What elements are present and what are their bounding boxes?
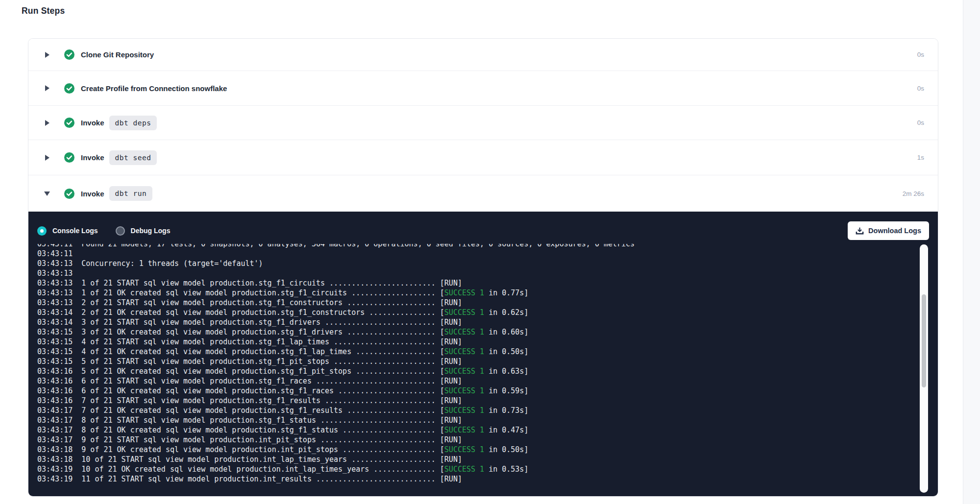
- step-label: Invoke: [81, 119, 104, 127]
- log-line: 03:43:13: [37, 268, 918, 278]
- log-scrollbar-track[interactable]: [920, 244, 928, 493]
- step-label: Invoke: [81, 190, 104, 198]
- steps-list: Clone Git Repository 0s Create Profile f…: [28, 39, 938, 212]
- log-success-status: SUCCESS 1: [444, 426, 484, 434]
- log-line: 03:43:17 8 of 21 OK created sql view mod…: [37, 425, 918, 435]
- log-line: 03:43:16 6 of 21 START sql view model pr…: [37, 376, 918, 386]
- step-command-badge: dbt seed: [109, 150, 157, 165]
- step-row[interactable]: Invoke dbt run 2m 26s: [28, 175, 938, 212]
- success-check-icon: [64, 189, 74, 199]
- disclosure-triangle-icon[interactable]: [43, 85, 51, 91]
- log-success-status: SUCCESS 1: [444, 445, 484, 454]
- log-line: 03:43:14 3 of 21 START sql view model pr…: [37, 317, 918, 327]
- step-row[interactable]: Invoke dbt deps 0s: [28, 106, 938, 140]
- log-line: 03:43:17 8 of 21 START sql view model pr…: [37, 415, 918, 425]
- log-line: 03:43:15 5 of 21 START sql view model pr…: [37, 357, 918, 366]
- success-check-icon: [64, 49, 74, 60]
- log-success-status: SUCCESS 1: [444, 386, 484, 395]
- log-success-status: SUCCESS 1: [444, 347, 484, 356]
- log-line: 03:43:15 3 of 21 OK created sql view mod…: [37, 327, 918, 337]
- log-line: 03:43:13 1 of 21 OK created sql view mod…: [37, 288, 918, 298]
- log-line: 03:43:13 1 of 21 START sql view model pr…: [37, 278, 918, 288]
- radio-label: Console Logs: [52, 227, 98, 235]
- log-success-status: SUCCESS 1: [444, 328, 484, 336]
- step-row[interactable]: Create Profile from Connection snowflake…: [28, 71, 938, 106]
- log-line: 03:43:16 5 of 21 OK created sql view mod…: [37, 366, 918, 376]
- log-line: 03:43:14 2 of 21 OK created sql view mod…: [37, 308, 918, 317]
- step-duration: 0s: [917, 85, 938, 92]
- log-success-status: SUCCESS 1: [444, 367, 484, 376]
- debug-logs-radio[interactable]: Debug Logs: [116, 226, 171, 236]
- right-gutter: [963, 0, 980, 504]
- radio-label: Debug Logs: [131, 227, 171, 235]
- log-success-status: SUCCESS 1: [444, 465, 484, 474]
- step-duration: 2m 26s: [903, 190, 938, 197]
- disclosure-triangle-icon[interactable]: [43, 52, 51, 58]
- log-line: 03:43:18 10 of 21 START sql view model p…: [37, 455, 918, 464]
- step-label: Clone Git Repository: [81, 50, 154, 59]
- log-line: 03:43:15 4 of 21 OK created sql view mod…: [37, 347, 918, 357]
- step-command-badge: dbt deps: [109, 116, 157, 130]
- log-panel: Console LogsDebug Logs Download Logs 03:…: [28, 212, 938, 497]
- success-check-icon: [64, 83, 74, 94]
- radio-unselected-icon[interactable]: [116, 226, 125, 236]
- log-success-status: SUCCESS 1: [444, 288, 484, 297]
- log-line: 03:43:17 9 of 21 START sql view model pr…: [37, 435, 918, 445]
- log-viewport[interactable]: 03:43:11 Found 21 models, 17 tests, 0 sn…: [37, 244, 918, 492]
- disclosure-triangle-icon[interactable]: [43, 120, 51, 126]
- log-line: 03:43:17 7 of 21 OK created sql view mod…: [37, 406, 918, 415]
- disclosure-triangle-icon[interactable]: [43, 192, 51, 196]
- log-line: 03:43:16 6 of 21 OK created sql view mod…: [37, 386, 918, 396]
- log-type-radio-group: Console LogsDebug Logs: [37, 226, 170, 236]
- success-check-icon: [64, 118, 74, 128]
- step-row[interactable]: Invoke dbt seed 1s: [28, 140, 938, 175]
- step-duration: 0s: [917, 51, 938, 58]
- log-content: 03:43:11 Found 21 models, 17 tests, 0 sn…: [37, 244, 918, 484]
- log-line: 03:43:18 9 of 21 OK created sql view mod…: [37, 445, 918, 455]
- step-label: Create Profile from Connection snowflake: [81, 84, 227, 93]
- console-logs-radio[interactable]: Console Logs: [37, 226, 98, 236]
- step-duration: 0s: [917, 119, 938, 126]
- log-line: 03:43:13 2 of 21 START sql view model pr…: [37, 298, 918, 308]
- log-panel-header: Console LogsDebug Logs Download Logs: [37, 220, 929, 241]
- page-title: Run Steps: [22, 6, 65, 16]
- log-line: 03:43:11 Found 21 models, 17 tests, 0 sn…: [37, 244, 918, 249]
- log-success-status: SUCCESS 1: [444, 308, 484, 317]
- log-line: 03:43:13 Concurrency: 1 threads (target=…: [37, 259, 918, 268]
- success-check-icon: [64, 152, 74, 163]
- log-line: 03:43:16 7 of 21 START sql view model pr…: [37, 396, 918, 406]
- run-steps-card: Clone Git Repository 0s Create Profile f…: [28, 38, 938, 497]
- disclosure-triangle-icon[interactable]: [43, 155, 51, 161]
- log-line: 03:43:15 4 of 21 START sql view model pr…: [37, 337, 918, 347]
- step-command-badge: dbt run: [109, 186, 153, 201]
- radio-selected-icon[interactable]: [37, 226, 47, 236]
- download-logs-label: Download Logs: [868, 227, 921, 235]
- log-line: 03:43:19 10 of 21 OK created sql view mo…: [37, 464, 918, 474]
- log-line: 03:43:11: [37, 249, 918, 259]
- step-duration: 1s: [917, 154, 938, 161]
- download-logs-button[interactable]: Download Logs: [848, 221, 929, 240]
- step-row[interactable]: Clone Git Repository 0s: [28, 39, 938, 71]
- download-icon: [856, 227, 864, 235]
- step-label: Invoke: [81, 153, 104, 162]
- log-success-status: SUCCESS 1: [444, 406, 484, 415]
- log-scrollbar-thumb[interactable]: [922, 294, 926, 387]
- log-line: 03:43:19 11 of 21 START sql view model p…: [37, 474, 918, 484]
